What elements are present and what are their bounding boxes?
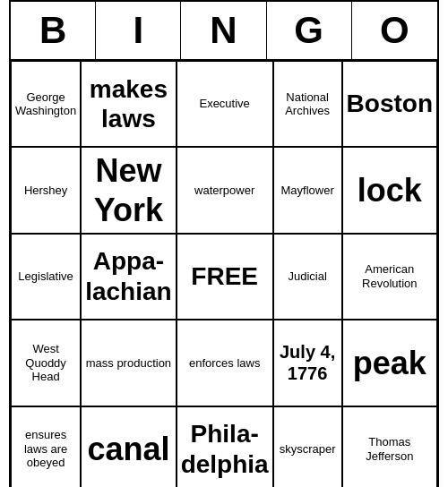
bingo-grid: George Washingtonmakes lawsExecutiveNati… [11, 61, 437, 487]
bingo-header: BINGO [11, 2, 437, 61]
bingo-cell[interactable]: July 4, 1776 [273, 320, 342, 406]
bingo-cell[interactable]: Appa-lachian [81, 234, 176, 320]
bingo-cell[interactable]: canal [81, 406, 176, 488]
bingo-cell[interactable]: mass production [81, 320, 176, 406]
bingo-cell[interactable]: Thomas Jefferson [342, 406, 437, 488]
bingo-cell[interactable]: skyscraper [273, 406, 342, 488]
bingo-cell[interactable]: Mayflower [273, 147, 342, 233]
bingo-cell[interactable]: lock [342, 147, 437, 233]
bingo-cell[interactable]: West Quoddy Head [11, 320, 81, 406]
bingo-cell[interactable]: Phila-delphia [177, 406, 273, 488]
bingo-cell[interactable]: waterpower [177, 147, 273, 233]
bingo-cell[interactable]: George Washington [11, 61, 81, 147]
header-letter: B [11, 2, 96, 59]
bingo-cell[interactable]: makes laws [81, 61, 176, 147]
bingo-cell[interactable]: Legislative [11, 234, 81, 320]
header-letter: O [352, 2, 437, 59]
header-letter: I [96, 2, 181, 59]
bingo-cell[interactable]: Judicial [273, 234, 342, 320]
bingo-cell[interactable]: Executive [177, 61, 273, 147]
bingo-cell[interactable]: peak [342, 320, 437, 406]
bingo-cell[interactable]: enforces laws [177, 320, 273, 406]
bingo-cell[interactable]: National Archives [273, 61, 342, 147]
bingo-cell[interactable]: New York [81, 147, 176, 233]
bingo-cell[interactable]: Hershey [11, 147, 81, 233]
bingo-cell[interactable]: FREE [177, 234, 273, 320]
header-letter: N [181, 2, 266, 59]
bingo-cell[interactable]: ensures laws are obeyed [11, 406, 81, 488]
bingo-cell[interactable]: Boston [342, 61, 437, 147]
header-letter: G [267, 2, 352, 59]
bingo-cell[interactable]: American Revolution [342, 234, 437, 320]
bingo-card: BINGO George Washingtonmakes lawsExecuti… [9, 0, 439, 487]
